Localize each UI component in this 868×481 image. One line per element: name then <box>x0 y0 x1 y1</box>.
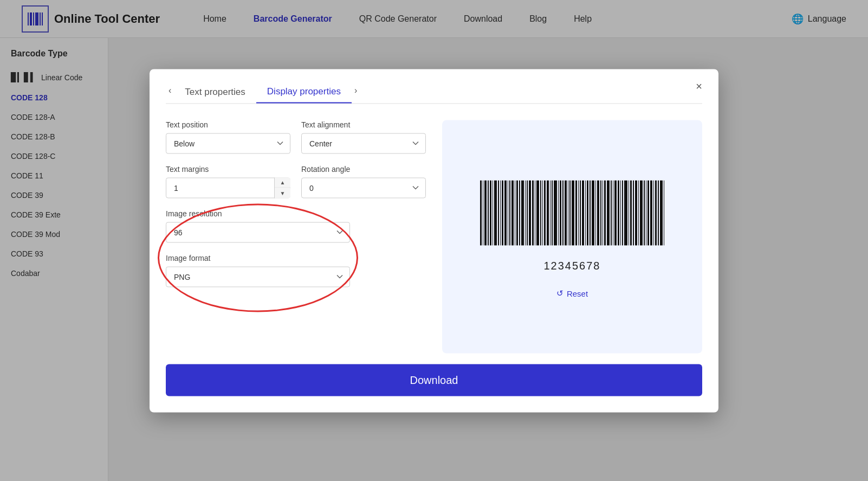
svg-rect-29 <box>536 181 539 246</box>
svg-rect-55 <box>603 181 603 246</box>
tab-display-properties[interactable]: Display properties <box>256 86 352 103</box>
svg-rect-64 <box>624 181 627 246</box>
svg-rect-70 <box>640 181 643 246</box>
svg-rect-32 <box>544 181 546 246</box>
reset-label: Reset <box>567 288 588 298</box>
svg-rect-43 <box>572 181 574 246</box>
svg-rect-27 <box>532 181 534 246</box>
svg-rect-72 <box>646 181 646 246</box>
barcode-preview: 12345678 <box>477 181 667 272</box>
svg-rect-76 <box>655 181 657 246</box>
text-margins-label: Text margins <box>166 164 290 173</box>
image-resolution-label: Image resolution <box>166 209 426 217</box>
barcode-number: 12345678 <box>544 260 601 272</box>
form-row-1: Text position Below Above None Text alig… <box>166 120 426 153</box>
svg-rect-79 <box>664 181 664 246</box>
svg-rect-52 <box>595 181 596 246</box>
modal-prev-arrow[interactable]: ‹ <box>166 85 174 95</box>
svg-rect-75 <box>653 181 654 246</box>
modal-header: ‹ Text properties Display properties › × <box>166 85 702 104</box>
svg-rect-19 <box>511 181 514 246</box>
svg-rect-56 <box>604 181 606 246</box>
spinner-up-button[interactable]: ▲ <box>275 177 290 188</box>
svg-rect-33 <box>547 181 549 246</box>
svg-rect-57 <box>607 181 610 246</box>
modal-next-arrow[interactable]: › <box>352 85 360 95</box>
tab-text-properties[interactable]: Text properties <box>174 86 256 102</box>
svg-rect-40 <box>565 181 567 246</box>
svg-rect-53 <box>597 181 599 246</box>
highlighted-section: Image resolution 96 72 150 300 Image for… <box>166 209 426 287</box>
svg-rect-22 <box>519 181 520 246</box>
svg-rect-71 <box>644 181 645 246</box>
svg-rect-46 <box>580 181 581 246</box>
image-format-select[interactable]: PNG SVG JPG BMP <box>166 266 350 287</box>
svg-rect-15 <box>502 181 503 246</box>
modal-form: Text position Below Above None Text alig… <box>166 120 426 353</box>
svg-rect-58 <box>611 181 612 246</box>
text-alignment-label: Text alignment <box>301 120 426 129</box>
svg-rect-59 <box>613 181 613 246</box>
svg-rect-51 <box>592 181 594 246</box>
svg-rect-25 <box>527 181 528 246</box>
form-group-text-margins: Text margins ▲ ▼ <box>166 164 290 198</box>
form-group-rotation: Rotation angle 0 90 180 270 <box>301 164 426 198</box>
svg-rect-20 <box>515 181 515 246</box>
svg-rect-45 <box>578 181 579 246</box>
text-alignment-select[interactable]: Center Left Right <box>301 133 426 153</box>
image-format-label: Image format <box>166 253 426 262</box>
svg-rect-13 <box>498 181 499 246</box>
text-position-label: Text position <box>166 120 290 129</box>
svg-rect-74 <box>650 181 652 246</box>
svg-rect-38 <box>560 181 561 246</box>
svg-rect-65 <box>629 181 629 246</box>
form-row-2: Text margins ▲ ▼ Rotation angle 0 90 <box>166 164 426 198</box>
svg-rect-10 <box>490 181 491 246</box>
form-group-image-resolution: Image resolution 96 72 150 300 <box>166 209 426 242</box>
svg-rect-11 <box>493 181 493 246</box>
reset-button[interactable]: ↺ Reset <box>556 288 588 298</box>
svg-rect-60 <box>614 181 617 246</box>
form-group-text-alignment: Text alignment Center Left Right <box>301 120 426 153</box>
svg-rect-8 <box>484 181 487 246</box>
text-position-select[interactable]: Below Above None <box>166 133 290 153</box>
download-button[interactable]: Download <box>166 364 702 396</box>
form-group-image-format: Image format PNG SVG JPG BMP <box>166 253 426 287</box>
svg-rect-16 <box>504 181 507 246</box>
svg-rect-73 <box>647 181 649 246</box>
svg-rect-37 <box>558 181 559 246</box>
svg-rect-50 <box>590 181 591 246</box>
svg-rect-61 <box>618 181 619 246</box>
svg-rect-42 <box>569 181 571 246</box>
spinner-buttons: ▲ ▼ <box>274 177 290 198</box>
text-margins-spinner-wrapper: ▲ ▼ <box>166 177 290 198</box>
svg-rect-66 <box>630 181 632 246</box>
svg-rect-69 <box>638 181 639 246</box>
svg-rect-49 <box>587 181 588 246</box>
svg-rect-47 <box>582 181 584 246</box>
modal-close-button[interactable]: × <box>696 80 702 92</box>
svg-rect-68 <box>635 181 637 246</box>
svg-rect-44 <box>575 181 577 246</box>
svg-rect-39 <box>562 181 563 246</box>
svg-rect-63 <box>622 181 623 246</box>
image-resolution-select[interactable]: 96 72 150 300 <box>166 222 350 242</box>
svg-rect-48 <box>585 181 586 246</box>
svg-rect-17 <box>508 181 508 246</box>
svg-rect-14 <box>500 181 501 246</box>
rotation-angle-select[interactable]: 0 90 180 270 <box>301 177 426 198</box>
barcode-image <box>477 181 667 256</box>
svg-rect-7 <box>483 181 483 246</box>
svg-rect-78 <box>660 181 663 246</box>
text-margins-input[interactable] <box>166 177 290 198</box>
svg-rect-24 <box>525 181 526 246</box>
svg-rect-28 <box>535 181 535 246</box>
barcode-preview-panel: 12345678 ↺ Reset <box>442 120 702 353</box>
svg-rect-26 <box>529 181 531 246</box>
svg-rect-67 <box>633 181 634 246</box>
spinner-down-button[interactable]: ▼ <box>275 188 290 198</box>
svg-rect-34 <box>550 181 550 246</box>
form-group-text-position: Text position Below Above None <box>166 120 290 153</box>
svg-rect-12 <box>494 181 497 246</box>
modal-dialog: ‹ Text properties Display properties › ×… <box>150 69 718 412</box>
